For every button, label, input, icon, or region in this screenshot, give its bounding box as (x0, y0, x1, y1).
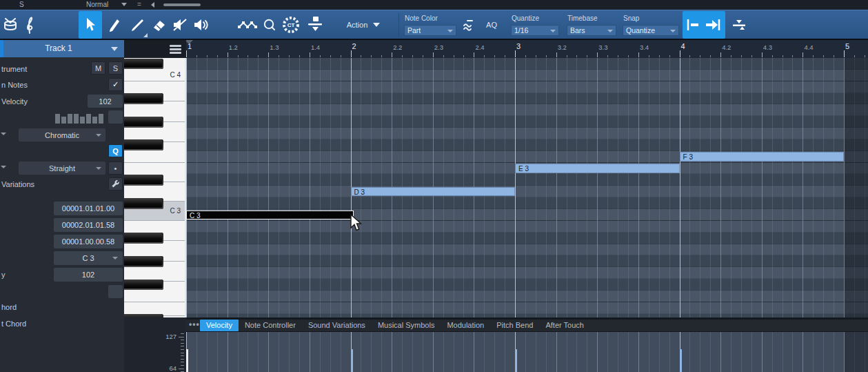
lane-menu-button[interactable]: ••• (189, 320, 200, 329)
drum-editor-button[interactable] (0, 11, 21, 39)
mode-dropdown[interactable]: Normal (86, 1, 108, 8)
piano-key-A#3[interactable] (124, 93, 163, 104)
snap-to-grid-icon[interactable] (685, 18, 702, 32)
ruler-label: 1.3 (270, 43, 279, 51)
mini-slider[interactable] (163, 3, 201, 6)
note-velocity-field[interactable]: 102 (54, 268, 123, 282)
midi-note-F3[interactable]: F 3 (680, 152, 845, 161)
aq-toggle[interactable]: AQ (481, 11, 502, 39)
tab-velocity[interactable]: Velocity (200, 320, 239, 331)
quantize-label: Quantize (512, 14, 539, 22)
ruler-tick (803, 52, 803, 57)
scale-cut-dropdown-icon[interactable] (1, 133, 6, 135)
quantize-q-button[interactable]: Q (108, 144, 123, 157)
tab-after-touch[interactable]: After Touch (539, 320, 589, 331)
zoom-q-icon[interactable] (259, 11, 280, 39)
tab-pitch-bend[interactable]: Pitch Bend (490, 320, 539, 331)
adjust-boundaries-button[interactable] (728, 11, 750, 39)
piano-key-A#2[interactable] (124, 233, 163, 244)
grid-line (731, 58, 731, 317)
velocity-keys-widget[interactable] (55, 112, 105, 124)
collapse-left-icon[interactable] (151, 2, 154, 8)
piano-key-G#3[interactable] (124, 117, 163, 128)
quantize-dropdown[interactable]: 1/16 (511, 25, 559, 36)
mute-tool-button[interactable] (170, 11, 190, 39)
tab-note-controller[interactable]: Note Controller (239, 320, 302, 331)
piano-key-C#4[interactable] (124, 59, 163, 70)
paint-tool-button[interactable] (103, 11, 125, 39)
piano-key-G#2[interactable] (124, 256, 163, 267)
swing-dropdown[interactable]: Straight (19, 161, 105, 175)
note-color-dropdown[interactable]: Part (404, 25, 456, 36)
lane-grid-line (567, 332, 567, 372)
midi-note-D3[interactable]: D 3 (351, 187, 516, 197)
mode-dropdown-arrow-icon[interactable] (121, 3, 127, 6)
velocity-stem-E3[interactable] (515, 349, 517, 372)
timebase-dropdown[interactable]: Bars (567, 25, 616, 36)
solo-button[interactable]: S (108, 61, 123, 75)
snap-to-end-icon[interactable] (705, 18, 723, 32)
grid-line (186, 58, 187, 317)
piano-keyboard[interactable]: C 4C 3 (124, 58, 186, 317)
velocity-stem-F3[interactable] (680, 349, 682, 372)
track-dropdown-arrow-icon[interactable] (111, 47, 118, 51)
grid-line (700, 58, 700, 317)
pencil-tool-dropdown-icon[interactable] (143, 33, 148, 37)
velocity-stem-C3[interactable] (186, 349, 188, 372)
macros-button[interactable] (303, 11, 327, 39)
ct-chord-track-button[interactable]: CT (279, 11, 303, 39)
equals-icon[interactable]: = (137, 1, 141, 8)
piano-key-F#3[interactable] (124, 139, 163, 150)
tab-musical-symbols[interactable]: Musical Symbols (372, 320, 441, 331)
score-view-button[interactable] (21, 11, 39, 39)
track-selector[interactable]: Track 1 (0, 40, 124, 57)
velocity-stem-D3[interactable] (351, 349, 353, 372)
lane-grid-line (710, 332, 711, 372)
transform-tool-icon[interactable] (236, 11, 259, 39)
grid-line (710, 58, 711, 317)
lane-grid-line (412, 332, 413, 372)
lane-grid-line (443, 332, 444, 372)
note-grid[interactable]: C 3D 3E 3F 3 (186, 58, 868, 317)
default-velocity-field[interactable]: 102 (88, 95, 123, 108)
grid-line (330, 58, 331, 317)
note-length-field[interactable]: 00001.00.00.58 (54, 235, 123, 248)
grid-line (659, 58, 660, 317)
mute-button[interactable]: M (91, 61, 105, 75)
listen-tool-button[interactable] (190, 11, 212, 39)
arrow-tool-button[interactable] (79, 11, 102, 39)
lane-grid-line (649, 332, 649, 372)
midi-note-E3[interactable]: E 3 (515, 164, 680, 173)
snap-dropdown[interactable]: Quantize (623, 25, 679, 36)
scale-dropdown[interactable]: Chromatic (19, 128, 105, 141)
velocity-lane[interactable] (186, 332, 868, 372)
swing-cut-dropdown-icon[interactable] (1, 166, 6, 168)
piano-key-C#3[interactable] (124, 198, 163, 209)
extra-field[interactable] (108, 285, 123, 298)
piano-key-D#3[interactable] (124, 175, 163, 186)
note-pitch-dropdown[interactable]: C 3 (54, 251, 123, 265)
notes-checkbox[interactable]: ✓ (108, 78, 123, 91)
key-label-C4: C 4 (170, 71, 181, 79)
note-start-field[interactable]: 00001.01.01.00 (54, 202, 123, 215)
input-quantize-icon[interactable] (459, 11, 478, 39)
pencil-tool-button[interactable] (127, 11, 149, 39)
ruler-tick (649, 55, 649, 57)
midi-note-C3[interactable]: C 3 (186, 211, 354, 220)
timeline-ruler[interactable]: 11.21.31.422.22.32.433.23.33.444.24.34.4… (186, 40, 868, 58)
tab-sound-variations[interactable]: Sound Variations (302, 320, 372, 331)
piano-key-C4[interactable]: C 4 (124, 69, 185, 81)
piano-key-F#2[interactable] (124, 280, 163, 291)
variations-wrench-button[interactable] (108, 177, 123, 190)
menu-icon[interactable] (170, 45, 181, 55)
swing-dot-button[interactable]: • (108, 161, 123, 175)
eraser-tool-button[interactable] (149, 11, 170, 39)
solo-indicator[interactable]: S (19, 1, 24, 8)
tab-modulation[interactable]: Modulation (441, 320, 490, 331)
note-end-field[interactable]: 00002.01.01.58 (54, 218, 123, 232)
action-dropdown[interactable]: Action (338, 11, 389, 39)
grid-line (341, 58, 341, 317)
velocity-extra-field[interactable] (108, 110, 123, 124)
lane-grid-line (238, 332, 239, 372)
velocity-ruler-tick (181, 353, 184, 353)
